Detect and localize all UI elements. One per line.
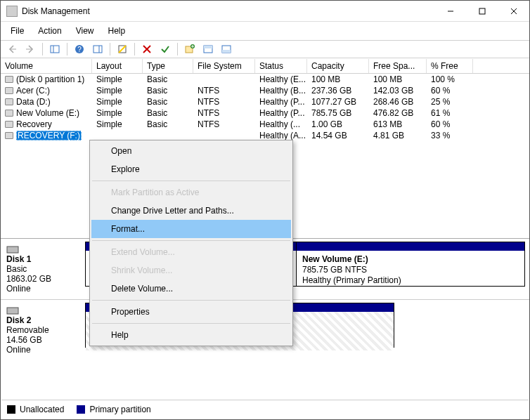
window-title: Disk Management <box>22 6 434 16</box>
disk-icon <box>6 244 19 254</box>
ctx-separator <box>92 181 290 181</box>
disk2-info: Disk 2 Removable 14.56 GB Online <box>1 300 85 360</box>
menu-action[interactable]: Action <box>32 23 67 39</box>
svg-rect-20 <box>222 50 231 53</box>
menu-view[interactable]: View <box>70 23 100 39</box>
app-icon <box>6 6 18 17</box>
disk2-status: Online <box>6 345 79 355</box>
volume-icon <box>5 87 13 94</box>
table-row[interactable]: New Volume (E:) Simple Basic NTFS Health… <box>1 107 529 119</box>
toolbar: ? <box>1 40 529 58</box>
table-row[interactable]: Acer (C:) Simple Basic NTFS Healthy (B..… <box>1 85 529 96</box>
close-button[interactable] <box>498 1 529 21</box>
help-button[interactable]: ? <box>71 41 88 57</box>
disk1-status: Online <box>6 284 79 294</box>
show-hide-action-pane-button[interactable] <box>89 41 106 57</box>
nav-back-button[interactable] <box>4 41 20 57</box>
menu-file[interactable]: File <box>5 23 30 39</box>
toolbar-separator <box>42 43 43 55</box>
partition-status: Healthy (Primary Partition) <box>302 275 519 286</box>
ctx-separator <box>92 323 290 324</box>
col-free[interactable]: Free Spa... <box>369 59 427 73</box>
ctx-mark-active[interactable]: Mark Partition as Active <box>91 183 291 202</box>
disk1-type: Basic <box>6 264 79 274</box>
ctx-extend[interactable]: Extend Volume... <box>91 243 291 261</box>
volume-icon <box>5 98 13 105</box>
legend-unallocated: Unallocated <box>7 405 64 414</box>
volume-list-header: Volume Layout Type File System Status Ca… <box>1 58 529 74</box>
legend-primary: Primary partition <box>77 405 150 414</box>
disk2-name: Disk 2 <box>6 315 79 325</box>
disk-icon <box>6 306 19 315</box>
svg-rect-4 <box>51 46 59 53</box>
partition-header-stripe <box>297 242 524 251</box>
swatch-primary <box>77 405 85 414</box>
minimize-button[interactable] <box>434 1 466 21</box>
ctx-separator <box>92 300 290 301</box>
menu-bar: File Action View Help <box>1 22 529 40</box>
title-bar: Disk Management <box>1 1 529 22</box>
ctx-delete[interactable]: Delete Volume... <box>91 280 291 298</box>
delete-button[interactable] <box>138 41 155 57</box>
col-layout[interactable]: Layout <box>92 59 143 73</box>
toolbar-separator <box>110 43 110 55</box>
legend: Unallocated Primary partition <box>1 400 529 419</box>
ctx-explore[interactable]: Explore <box>91 160 291 178</box>
disk1-name: Disk 1 <box>6 254 79 264</box>
volume-icon <box>5 110 13 117</box>
volume-icon <box>5 121 13 128</box>
col-status[interactable]: Status <box>255 59 307 73</box>
show-hide-console-tree-button[interactable] <box>46 41 63 57</box>
maximize-button[interactable] <box>466 1 498 21</box>
table-row[interactable]: (Disk 0 partition 1) Simple Basic Health… <box>1 74 529 85</box>
view-bottom-button[interactable] <box>218 41 235 57</box>
ctx-help[interactable]: Help <box>91 326 291 344</box>
selected-volume-label: RECOVERY (F:) <box>16 131 82 140</box>
ctx-shrink[interactable]: Shrink Volume... <box>91 261 291 280</box>
col-capacity[interactable]: Capacity <box>307 59 369 73</box>
swatch-unallocated <box>7 405 15 414</box>
ctx-open[interactable]: Open <box>91 142 291 160</box>
svg-rect-21 <box>7 247 18 253</box>
svg-rect-22 <box>7 308 18 314</box>
context-menu: Open Explore Mark Partition as Active Ch… <box>89 140 293 346</box>
ctx-properties[interactable]: Properties <box>91 303 291 321</box>
table-row[interactable]: Data (D:) Simple Basic NTFS Healthy (P..… <box>1 96 529 107</box>
col-type[interactable]: Type <box>143 59 193 73</box>
svg-rect-1 <box>479 8 485 14</box>
window-controls <box>434 1 529 21</box>
new-volume-button[interactable] <box>181 41 198 57</box>
menu-help[interactable]: Help <box>103 23 131 39</box>
ctx-change-letter[interactable]: Change Drive Letter and Paths... <box>91 202 291 220</box>
toolbar-separator <box>177 43 178 55</box>
col-pct[interactable]: % Free <box>427 59 473 73</box>
partition-size: 785.75 GB NTFS <box>302 265 519 275</box>
disk1-info: Disk 1 Basic 1863.02 GB Online <box>1 239 85 299</box>
col-volume[interactable]: Volume <box>1 59 92 73</box>
disk1-size: 1863.02 GB <box>6 274 79 284</box>
disk2-type: Removable <box>6 325 79 335</box>
col-filesystem[interactable]: File System <box>193 59 255 73</box>
refresh-button[interactable] <box>114 41 131 57</box>
ctx-separator <box>92 240 290 241</box>
disk1-part-right[interactable]: New Volume (E:) 785.75 GB NTFS Healthy (… <box>296 242 525 287</box>
table-row[interactable]: Recovery Simple Basic NTFS Healthy (... … <box>1 119 529 130</box>
check-button[interactable] <box>157 41 174 57</box>
volume-icon <box>5 132 13 139</box>
svg-rect-18 <box>204 46 212 48</box>
svg-rect-8 <box>93 46 102 53</box>
toolbar-separator <box>134 43 135 55</box>
svg-text:?: ? <box>77 46 82 53</box>
volume-icon <box>5 76 13 83</box>
ctx-format[interactable]: Format... <box>91 220 291 238</box>
toolbar-separator <box>67 43 67 55</box>
partition-title: New Volume (E:) <box>302 254 519 265</box>
disk2-size: 14.56 GB <box>6 335 79 345</box>
view-top-button[interactable] <box>200 41 216 57</box>
nav-forward-button[interactable] <box>22 41 39 57</box>
